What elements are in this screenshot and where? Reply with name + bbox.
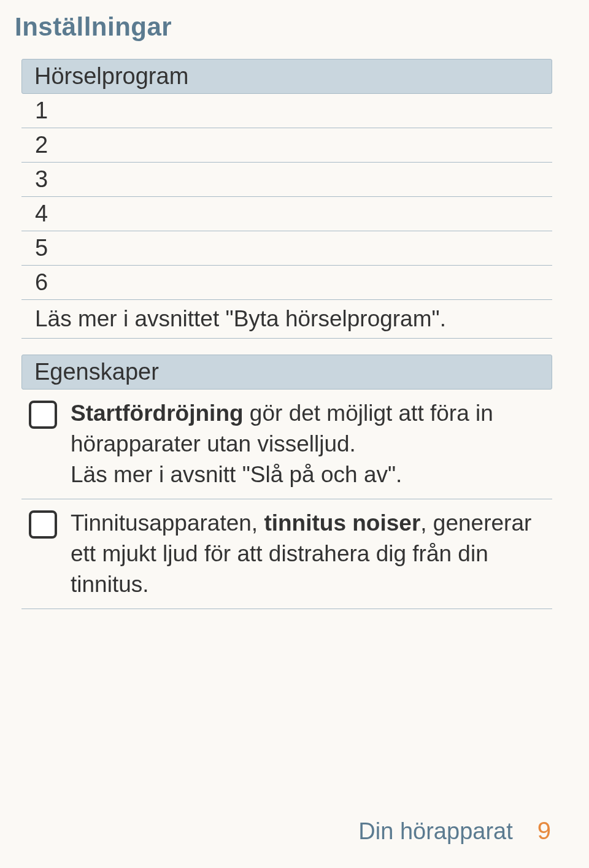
feature-bold-lead: Startfördröjning	[71, 401, 244, 426]
programs-table: 1 2 3 4 5 6	[21, 94, 552, 300]
feature-text: Tinnitusapparaten, tinnitus noiser, gene…	[71, 508, 547, 600]
program-row: 4	[21, 197, 552, 231]
footer-page-number: 9	[537, 817, 551, 845]
features-table: Startfördröjning gör det möjligt att för…	[21, 390, 552, 609]
feature-row: Startfördröjning gör det möjligt att för…	[21, 390, 552, 499]
feature-row: Tinnitusapparaten, tinnitus noiser, gene…	[21, 499, 552, 609]
page-title: Inställningar	[15, 12, 552, 42]
checkbox-icon[interactable]	[29, 510, 57, 539]
program-row: 3	[21, 163, 552, 197]
program-row: 2	[21, 128, 552, 163]
programs-caption: Läs mer i avsnittet "Byta hörselprogram"…	[21, 300, 552, 339]
footer-label: Din hörapparat	[358, 818, 512, 845]
feature-text: Startfördröjning gör det möjligt att för…	[71, 398, 547, 490]
program-row: 5	[21, 231, 552, 266]
feature-bold-mid: tinnitus noiser	[264, 510, 420, 536]
feature-pre: Tinnitusapparaten,	[71, 510, 264, 536]
program-row: 6	[21, 266, 552, 300]
section-header-programs: Hörselprogram	[21, 59, 552, 94]
section-header-features: Egenskaper	[21, 355, 552, 390]
checkbox-icon[interactable]	[29, 401, 57, 429]
page-footer: Din hörapparat 9	[358, 817, 551, 845]
program-row: 1	[21, 94, 552, 128]
